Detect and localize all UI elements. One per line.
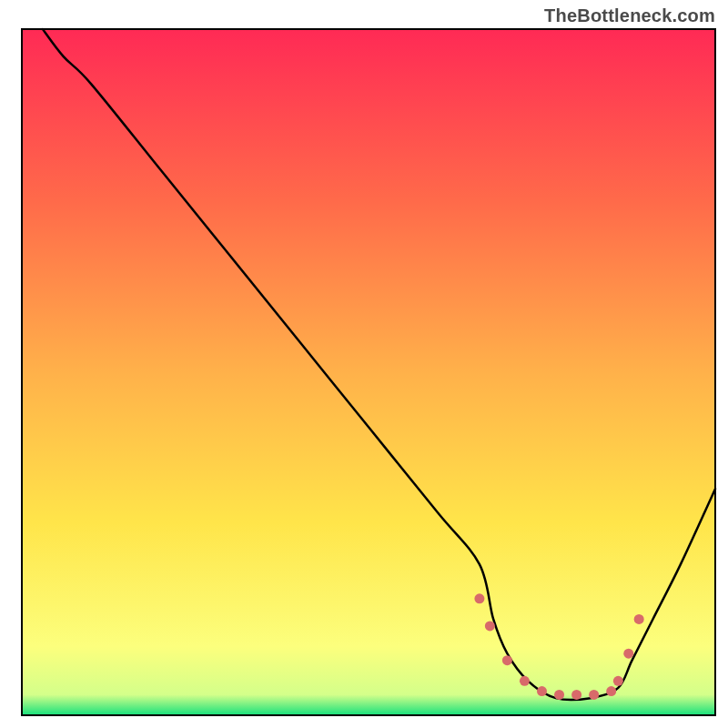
chart-svg (0, 0, 728, 728)
optimum-marker (474, 593, 484, 603)
optimum-marker (520, 676, 530, 686)
optimum-marker (554, 690, 564, 700)
optimum-marker (485, 621, 495, 631)
optimum-marker (634, 614, 644, 624)
optimum-marker (623, 649, 633, 659)
bottleneck-chart: TheBottleneck.com (0, 0, 728, 728)
attribution-label: TheBottleneck.com (544, 5, 715, 26)
gradient-background (22, 29, 715, 715)
optimum-marker (606, 686, 616, 696)
optimum-marker (589, 690, 599, 700)
optimum-marker (571, 690, 581, 700)
optimum-marker (537, 686, 547, 696)
optimum-marker (502, 655, 512, 665)
plot-area (22, 29, 715, 715)
optimum-marker (613, 676, 623, 686)
